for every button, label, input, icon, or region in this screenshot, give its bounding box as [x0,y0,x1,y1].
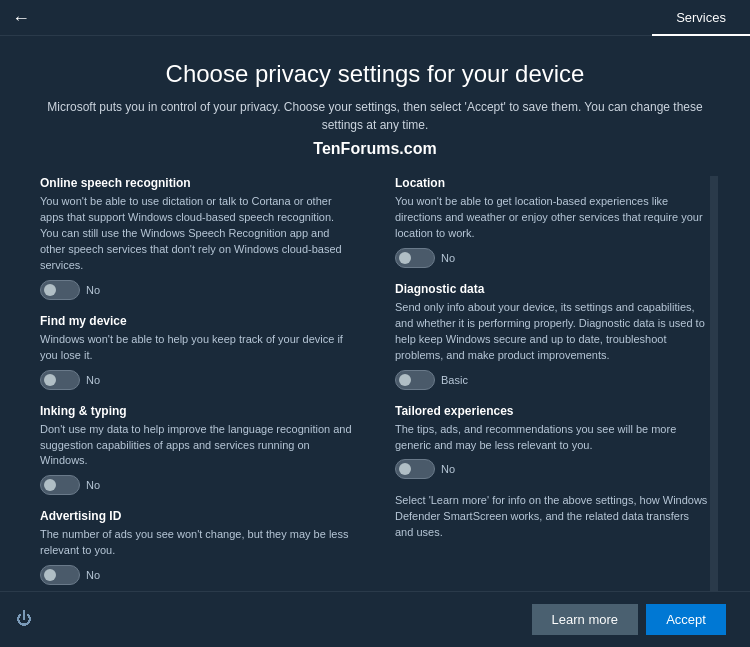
scroll-indicator[interactable] [710,176,718,236]
diagnostic-title: Diagnostic data [395,282,710,296]
action-bar: Learn more Accept [0,591,750,647]
online-speech-toggle[interactable] [40,280,80,300]
advertising-thumb [44,569,56,581]
advertising-toggle[interactable] [40,565,80,585]
settings-grid: Online speech recognition You won't be a… [40,176,710,591]
brand-name: TenForums.com [40,140,710,158]
setting-advertising: Advertising ID The number of ads you see… [40,509,355,585]
tailored-toggle-row: No [395,459,710,479]
advertising-toggle-row: No [40,565,355,585]
location-title: Location [395,176,710,190]
tailored-desc: The tips, ads, and recommendations you s… [395,422,710,454]
advertising-track [40,565,80,585]
top-bar: ← Services [0,0,750,36]
page-subtitle: Microsoft puts you in control of your pr… [40,98,710,134]
inking-title: Inking & typing [40,404,355,418]
advertising-desc: The number of ads you see won't change, … [40,527,355,559]
online-speech-label: No [86,284,100,296]
setting-find-device: Find my device Windows won't be able to … [40,314,355,390]
location-track [395,248,435,268]
setting-tailored: Tailored experiences The tips, ads, and … [395,404,710,480]
online-speech-title: Online speech recognition [40,176,355,190]
tailored-title: Tailored experiences [395,404,710,418]
find-device-toggle[interactable] [40,370,80,390]
services-tab[interactable]: Services [652,0,750,36]
inking-toggle[interactable] [40,475,80,495]
advertising-title: Advertising ID [40,509,355,523]
tailored-toggle[interactable] [395,459,435,479]
back-button[interactable]: ← [12,9,30,27]
setting-online-speech: Online speech recognition You won't be a… [40,176,355,300]
diagnostic-track [395,370,435,390]
page-title: Choose privacy settings for your device [40,60,710,88]
find-device-toggle-row: No [40,370,355,390]
advertising-label: No [86,569,100,581]
settings-right-column: Location You won't be able to get locati… [375,176,710,591]
location-label: No [441,252,455,264]
diagnostic-toggle[interactable] [395,370,435,390]
bottom-note: Select 'Learn more' for info on the abov… [395,493,710,541]
power-icon: ⏻ [16,610,32,628]
inking-desc: Don't use my data to help improve the la… [40,422,355,470]
location-desc: You won't be able to get location-based … [395,194,710,242]
find-device-thumb [44,374,56,386]
tailored-thumb [399,463,411,475]
diagnostic-toggle-row: Basic [395,370,710,390]
find-device-title: Find my device [40,314,355,328]
diagnostic-thumb [399,374,411,386]
accept-button[interactable]: Accept [646,604,726,635]
learn-more-button[interactable]: Learn more [532,604,638,635]
find-device-track [40,370,80,390]
location-toggle-row: No [395,248,710,268]
online-speech-thumb [44,284,56,296]
setting-location: Location You won't be able to get locati… [395,176,710,268]
find-device-label: No [86,374,100,386]
online-speech-track [40,280,80,300]
location-toggle[interactable] [395,248,435,268]
inking-toggle-row: No [40,475,355,495]
diagnostic-desc: Send only info about your device, its se… [395,300,710,364]
inking-label: No [86,479,100,491]
find-device-desc: Windows won't be able to help you keep t… [40,332,355,364]
setting-inking: Inking & typing Don't use my data to hel… [40,404,355,496]
inking-track [40,475,80,495]
tailored-label: No [441,463,455,475]
footer: ⏻ [0,591,32,647]
inking-thumb [44,479,56,491]
online-speech-toggle-row: No [40,280,355,300]
tailored-track [395,459,435,479]
setting-diagnostic: Diagnostic data Send only info about you… [395,282,710,390]
diagnostic-label: Basic [441,374,468,386]
location-thumb [399,252,411,264]
online-speech-desc: You won't be able to use dictation or ta… [40,194,355,274]
main-content: Choose privacy settings for your device … [0,36,750,591]
settings-left-column: Online speech recognition You won't be a… [40,176,375,591]
